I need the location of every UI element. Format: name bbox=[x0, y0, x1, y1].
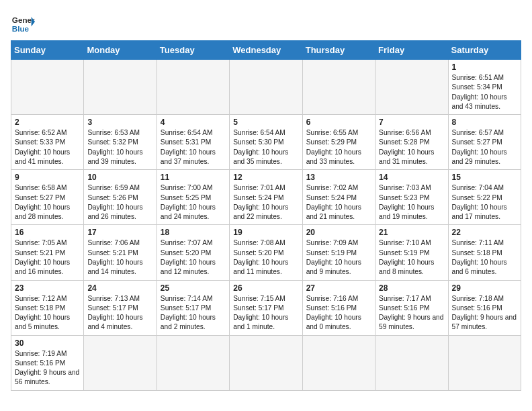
weekday-header-wednesday: Wednesday bbox=[230, 41, 302, 60]
day-number: 26 bbox=[233, 283, 298, 293]
calendar-cell: 21Sunrise: 7:10 AM Sunset: 5:19 PM Dayli… bbox=[375, 225, 448, 280]
day-number: 5 bbox=[233, 118, 298, 127]
logo: General Blue bbox=[11, 11, 35, 35]
calendar-cell bbox=[230, 335, 302, 390]
day-info: Sunrise: 6:59 AM Sunset: 5:26 PM Dayligh… bbox=[87, 183, 152, 222]
day-info: Sunrise: 7:18 AM Sunset: 5:16 PM Dayligh… bbox=[452, 294, 517, 332]
day-info: Sunrise: 7:00 AM Sunset: 5:25 PM Dayligh… bbox=[161, 183, 226, 222]
day-number: 3 bbox=[87, 118, 152, 127]
calendar-cell bbox=[11, 60, 84, 115]
day-info: Sunrise: 6:52 AM Sunset: 5:33 PM Dayligh… bbox=[15, 128, 80, 167]
day-info: Sunrise: 6:57 AM Sunset: 5:27 PM Dayligh… bbox=[452, 128, 517, 167]
day-number: 28 bbox=[379, 283, 444, 293]
day-number: 22 bbox=[452, 228, 517, 237]
calendar-table: SundayMondayTuesdayWednesdayThursdayFrid… bbox=[11, 40, 521, 391]
weekday-header-saturday: Saturday bbox=[448, 41, 521, 60]
calendar-cell: 24Sunrise: 7:13 AM Sunset: 5:17 PM Dayli… bbox=[84, 280, 157, 335]
calendar-cell: 14Sunrise: 7:03 AM Sunset: 5:23 PM Dayli… bbox=[375, 170, 448, 225]
calendar-cell: 28Sunrise: 7:17 AM Sunset: 5:16 PM Dayli… bbox=[375, 280, 448, 335]
calendar-cell: 3Sunrise: 6:53 AM Sunset: 5:32 PM Daylig… bbox=[84, 115, 157, 170]
calendar-body: 1Sunrise: 6:51 AM Sunset: 5:34 PM Daylig… bbox=[11, 60, 521, 391]
calendar-cell: 30Sunrise: 7:19 AM Sunset: 5:16 PM Dayli… bbox=[11, 335, 84, 390]
day-number: 24 bbox=[87, 283, 152, 293]
calendar-cell: 26Sunrise: 7:15 AM Sunset: 5:17 PM Dayli… bbox=[230, 280, 302, 335]
day-info: Sunrise: 7:19 AM Sunset: 5:16 PM Dayligh… bbox=[15, 349, 80, 387]
day-number: 21 bbox=[379, 228, 444, 237]
day-info: Sunrise: 7:07 AM Sunset: 5:20 PM Dayligh… bbox=[161, 238, 226, 277]
calendar-cell: 18Sunrise: 7:07 AM Sunset: 5:20 PM Dayli… bbox=[157, 225, 229, 280]
calendar-cell bbox=[302, 335, 375, 390]
day-number: 12 bbox=[233, 173, 298, 182]
day-number: 13 bbox=[306, 173, 371, 182]
calendar-cell: 16Sunrise: 7:05 AM Sunset: 5:21 PM Dayli… bbox=[11, 225, 84, 280]
day-number: 10 bbox=[87, 173, 152, 182]
calendar-cell bbox=[230, 60, 302, 115]
svg-text:Blue: Blue bbox=[12, 24, 30, 33]
calendar-cell: 12Sunrise: 7:01 AM Sunset: 5:24 PM Dayli… bbox=[230, 170, 302, 225]
calendar-cell bbox=[84, 335, 157, 390]
day-number: 2 bbox=[15, 118, 80, 127]
day-info: Sunrise: 6:55 AM Sunset: 5:29 PM Dayligh… bbox=[306, 128, 371, 167]
day-number: 27 bbox=[306, 283, 371, 293]
calendar-week-row: 23Sunrise: 7:12 AM Sunset: 5:18 PM Dayli… bbox=[11, 280, 521, 335]
general-blue-logo-icon: General Blue bbox=[11, 11, 35, 35]
day-number: 16 bbox=[15, 228, 80, 237]
day-info: Sunrise: 7:06 AM Sunset: 5:21 PM Dayligh… bbox=[87, 238, 152, 277]
day-number: 1 bbox=[452, 62, 517, 72]
day-number: 20 bbox=[306, 228, 371, 237]
day-number: 11 bbox=[161, 173, 226, 182]
day-info: Sunrise: 7:15 AM Sunset: 5:17 PM Dayligh… bbox=[233, 294, 298, 332]
day-info: Sunrise: 7:11 AM Sunset: 5:18 PM Dayligh… bbox=[452, 238, 517, 277]
calendar-cell: 29Sunrise: 7:18 AM Sunset: 5:16 PM Dayli… bbox=[448, 280, 521, 335]
calendar-cell bbox=[157, 335, 229, 390]
day-info: Sunrise: 7:09 AM Sunset: 5:19 PM Dayligh… bbox=[306, 238, 371, 277]
calendar-cell: 7Sunrise: 6:56 AM Sunset: 5:28 PM Daylig… bbox=[375, 115, 448, 170]
day-info: Sunrise: 6:54 AM Sunset: 5:31 PM Dayligh… bbox=[161, 128, 226, 167]
day-info: Sunrise: 7:14 AM Sunset: 5:17 PM Dayligh… bbox=[161, 294, 226, 332]
day-info: Sunrise: 6:53 AM Sunset: 5:32 PM Dayligh… bbox=[87, 128, 152, 167]
calendar-cell: 20Sunrise: 7:09 AM Sunset: 5:19 PM Dayli… bbox=[302, 225, 375, 280]
weekday-header-tuesday: Tuesday bbox=[157, 41, 229, 60]
day-info: Sunrise: 7:12 AM Sunset: 5:18 PM Dayligh… bbox=[15, 294, 80, 332]
calendar-cell: 9Sunrise: 6:58 AM Sunset: 5:27 PM Daylig… bbox=[11, 170, 84, 225]
calendar-cell bbox=[375, 335, 448, 390]
day-number: 9 bbox=[15, 173, 80, 182]
day-info: Sunrise: 7:17 AM Sunset: 5:16 PM Dayligh… bbox=[379, 294, 444, 332]
calendar-cell: 17Sunrise: 7:06 AM Sunset: 5:21 PM Dayli… bbox=[84, 225, 157, 280]
day-number: 29 bbox=[452, 283, 517, 293]
calendar-cell: 11Sunrise: 7:00 AM Sunset: 5:25 PM Dayli… bbox=[157, 170, 229, 225]
calendar-cell: 1Sunrise: 6:51 AM Sunset: 5:34 PM Daylig… bbox=[448, 60, 521, 115]
calendar-cell: 2Sunrise: 6:52 AM Sunset: 5:33 PM Daylig… bbox=[11, 115, 84, 170]
day-number: 23 bbox=[15, 283, 80, 293]
calendar-cell bbox=[375, 60, 448, 115]
calendar-cell bbox=[302, 60, 375, 115]
calendar-week-row: 9Sunrise: 6:58 AM Sunset: 5:27 PM Daylig… bbox=[11, 170, 521, 225]
calendar-cell: 27Sunrise: 7:16 AM Sunset: 5:16 PM Dayli… bbox=[302, 280, 375, 335]
day-info: Sunrise: 7:02 AM Sunset: 5:24 PM Dayligh… bbox=[306, 183, 371, 222]
day-info: Sunrise: 6:54 AM Sunset: 5:30 PM Dayligh… bbox=[233, 128, 298, 167]
weekday-header-friday: Friday bbox=[375, 41, 448, 60]
day-info: Sunrise: 7:16 AM Sunset: 5:16 PM Dayligh… bbox=[306, 294, 371, 332]
calendar-cell: 25Sunrise: 7:14 AM Sunset: 5:17 PM Dayli… bbox=[157, 280, 229, 335]
calendar-week-row: 1Sunrise: 6:51 AM Sunset: 5:34 PM Daylig… bbox=[11, 60, 521, 115]
calendar-cell: 15Sunrise: 7:04 AM Sunset: 5:22 PM Dayli… bbox=[448, 170, 521, 225]
day-info: Sunrise: 7:08 AM Sunset: 5:20 PM Dayligh… bbox=[233, 238, 298, 277]
calendar-week-row: 30Sunrise: 7:19 AM Sunset: 5:16 PM Dayli… bbox=[11, 335, 521, 390]
day-info: Sunrise: 7:13 AM Sunset: 5:17 PM Dayligh… bbox=[87, 294, 152, 332]
calendar-cell: 19Sunrise: 7:08 AM Sunset: 5:20 PM Dayli… bbox=[230, 225, 302, 280]
weekday-header-thursday: Thursday bbox=[302, 41, 375, 60]
day-info: Sunrise: 6:51 AM Sunset: 5:34 PM Dayligh… bbox=[452, 73, 517, 111]
day-number: 8 bbox=[452, 118, 517, 127]
calendar-cell bbox=[157, 60, 229, 115]
weekday-header-sunday: Sunday bbox=[11, 41, 84, 60]
calendar-cell bbox=[448, 335, 521, 390]
day-info: Sunrise: 7:04 AM Sunset: 5:22 PM Dayligh… bbox=[452, 183, 517, 222]
day-number: 17 bbox=[87, 228, 152, 237]
calendar-cell: 23Sunrise: 7:12 AM Sunset: 5:18 PM Dayli… bbox=[11, 280, 84, 335]
day-number: 25 bbox=[161, 283, 226, 293]
day-number: 18 bbox=[161, 228, 226, 237]
day-info: Sunrise: 7:01 AM Sunset: 5:24 PM Dayligh… bbox=[233, 183, 298, 222]
calendar-cell: 5Sunrise: 6:54 AM Sunset: 5:30 PM Daylig… bbox=[230, 115, 302, 170]
calendar-cell: 10Sunrise: 6:59 AM Sunset: 5:26 PM Dayli… bbox=[84, 170, 157, 225]
calendar-cell: 4Sunrise: 6:54 AM Sunset: 5:31 PM Daylig… bbox=[157, 115, 229, 170]
